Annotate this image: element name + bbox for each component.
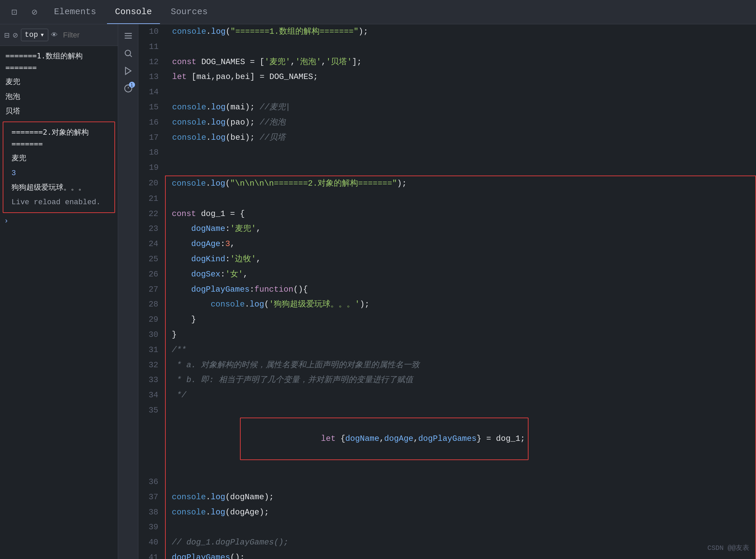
- line-content: * b. 即: 相当于声明了几个变量，并对新声明的变量进行了赋值: [165, 373, 756, 388]
- context-selector[interactable]: top ▾: [21, 29, 48, 41]
- line-number: 24: [138, 237, 165, 252]
- console-line: 麦兜: [0, 75, 118, 89]
- line-number: 12: [138, 55, 165, 70]
- console-line: 泡泡: [0, 90, 118, 104]
- console-section2-highlight: =======2.对象的解构======= 麦兜 3 狗狗超级爱玩球。。。 Li…: [3, 121, 115, 213]
- code-editor[interactable]: 10 console.log("=======1.数组的解构=======");…: [138, 24, 756, 559]
- source-editor-panel: 1 10 console.log("=======1.数组的解构======="…: [118, 24, 756, 559]
- line-content: console.log("\n\n\n\n=======2.对象的解构=====…: [165, 176, 756, 192]
- table-row: 37 console.log(dogName);: [138, 490, 756, 505]
- table-row: 11: [138, 40, 756, 55]
- line-number: 29: [138, 312, 165, 328]
- table-row: 14: [138, 85, 756, 100]
- source-sidebar: 1: [118, 24, 138, 559]
- line-content: [165, 40, 756, 55]
- eye-icon-btn[interactable]: 👁: [51, 28, 58, 43]
- line-content: console.log(bei); //贝塔: [165, 130, 756, 146]
- tab-elements[interactable]: Elements: [46, 0, 104, 24]
- source-breakpoints-btn[interactable]: 1: [121, 81, 136, 96]
- line-content: let [mai,pao,bei] = DOG_NAMES;: [165, 70, 756, 85]
- line-number: 37: [138, 490, 165, 505]
- line-content: dogKind:'边牧',: [165, 252, 756, 267]
- console-line-number: 3: [6, 166, 112, 181]
- table-row: 35 let {dogName,dogAge,dogPlayGames} = d…: [138, 403, 756, 475]
- tab-console[interactable]: Console: [107, 0, 160, 24]
- tab-sources[interactable]: Sources: [163, 0, 216, 24]
- sidebar-toggle-btn[interactable]: ⊟: [4, 28, 10, 43]
- line-number: 19: [138, 160, 165, 176]
- line-content: */: [165, 388, 756, 403]
- line-content: let {dogName,dogAge,dogPlayGames} = dog_…: [165, 403, 756, 475]
- line-number: 31: [138, 343, 165, 358]
- line-number: 34: [138, 388, 165, 403]
- line-number: 14: [138, 85, 165, 100]
- line-number: 17: [138, 130, 165, 146]
- responsive-icon-btn[interactable]: ⊘: [26, 3, 43, 21]
- table-row: 23 dogName:'麦兜',: [138, 221, 756, 237]
- line-content: [165, 145, 756, 160]
- console-line: 贝塔: [0, 104, 118, 119]
- devtools-tab-bar: ⊡ ⊘ Elements Console Sources: [0, 0, 756, 24]
- table-row: 22 const dog_1 = {: [138, 207, 756, 222]
- line-content: [165, 160, 756, 176]
- line-number: 40: [138, 535, 165, 550]
- chevron-down-icon: ▾: [40, 30, 45, 40]
- line-content: const DOG_NAMES = ['麦兜','泡泡','贝塔'];: [165, 55, 756, 70]
- table-row: 18: [138, 145, 756, 160]
- line-number: 10: [138, 24, 165, 40]
- breakpoint-badge: 1: [129, 82, 135, 88]
- line-number: 21: [138, 192, 165, 207]
- main-layout: ⊟ ⊘ top ▾ 👁 =======1.数组的解构======= 麦兜 泡泡 …: [0, 24, 756, 559]
- source-search-btn[interactable]: [121, 46, 136, 61]
- clear-console-btn[interactable]: ⊘: [13, 28, 18, 43]
- line-number: 26: [138, 267, 165, 282]
- source-navigator-btn[interactable]: [121, 28, 136, 43]
- line-number: 23: [138, 221, 165, 237]
- console-line: 狗狗超级爱玩球。。。: [6, 181, 112, 195]
- console-line: =======2.对象的解构=======: [6, 125, 112, 151]
- line-number: 22: [138, 207, 165, 222]
- line-number: 28: [138, 297, 165, 312]
- line-content: [165, 520, 756, 535]
- line-content: /**: [165, 343, 756, 358]
- line-content: dogName:'麦兜',: [165, 221, 756, 237]
- line-number: 41: [138, 550, 165, 559]
- line-content: dogPlayGames();: [165, 550, 756, 559]
- line-content: console.log("=======1.数组的解构=======");: [165, 24, 756, 40]
- console-output: =======1.数组的解构======= 麦兜 泡泡 贝塔 =======2.…: [0, 46, 118, 559]
- inspect-icon-btn[interactable]: ⊡: [5, 3, 23, 21]
- line-number: 36: [138, 475, 165, 490]
- table-row: 19: [138, 160, 756, 176]
- line-number: 20: [138, 176, 165, 192]
- console-line: 麦兜: [6, 151, 112, 166]
- table-row: 24 dogAge:3,: [138, 237, 756, 252]
- line-number: 33: [138, 373, 165, 388]
- table-row: 13 let [mai,pao,bei] = DOG_NAMES;: [138, 70, 756, 85]
- table-row: 38 console.log(dogAge);: [138, 505, 756, 520]
- line-content: [165, 475, 756, 490]
- svg-point-0: [125, 50, 130, 56]
- line-content: [165, 192, 756, 207]
- table-row: 12 const DOG_NAMES = ['麦兜','泡泡','贝塔'];: [138, 55, 756, 70]
- line-content: dogPlayGames:function(){: [165, 282, 756, 297]
- table-row: 41 dogPlayGames();: [138, 550, 756, 559]
- table-row: 36: [138, 475, 756, 490]
- table-row: 30 }: [138, 328, 756, 343]
- table-row: 32 * a. 对象解构的时候，属性名要和上面声明的对象里的属性名一致: [138, 358, 756, 373]
- line-number: 11: [138, 40, 165, 55]
- table-row: 20 console.log("\n\n\n\n=======2.对象的解构==…: [138, 176, 756, 192]
- line-number: 30: [138, 328, 165, 343]
- line-number: 25: [138, 252, 165, 267]
- line-content: console.log(mai); //麦兜|: [165, 100, 756, 115]
- table-row: 10 console.log("=======1.数组的解构=======");: [138, 24, 756, 40]
- svg-line-1: [130, 55, 132, 57]
- table-row: 26 dogSex:'女',: [138, 267, 756, 282]
- line-number: 39: [138, 520, 165, 535]
- line-content: dogAge:3,: [165, 237, 756, 252]
- source-run-btn[interactable]: [121, 64, 136, 78]
- line-content: console.log('狗狗超级爱玩球。。。');: [165, 297, 756, 312]
- code-table: 10 console.log("=======1.数组的解构=======");…: [138, 24, 756, 559]
- console-line: =======1.数组的解构=======: [0, 49, 118, 75]
- console-toolbar: ⊟ ⊘ top ▾ 👁: [0, 24, 118, 46]
- line-content: }: [165, 328, 756, 343]
